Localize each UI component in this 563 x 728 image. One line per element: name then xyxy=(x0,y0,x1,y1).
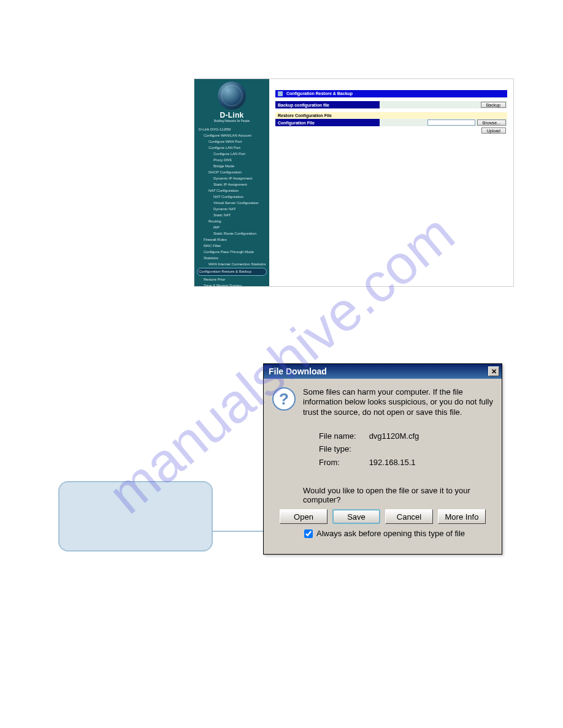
more-info-button[interactable]: More Info xyxy=(438,509,486,524)
dialog-prompt: Would you like to open the file or save … xyxy=(303,486,493,504)
nav-item-16[interactable]: RIP xyxy=(196,224,267,230)
nav-item-0[interactable]: D-Link DVG-1120M xyxy=(196,126,267,132)
nav-item-5[interactable]: Proxy DNS xyxy=(196,157,267,163)
nav-item-8[interactable]: Dynamic IP Assignment xyxy=(196,175,267,181)
from-label: From: xyxy=(319,456,367,469)
nav-item-12[interactable]: Virtual Server Configuration xyxy=(196,200,267,206)
nav-item-17[interactable]: Static Route Configuration xyxy=(196,230,267,237)
close-icon[interactable]: ✕ xyxy=(488,366,499,376)
browse-button[interactable]: Browse... xyxy=(477,119,506,126)
nav-item-18[interactable]: Firewall Rules xyxy=(196,237,267,243)
nav-item-14[interactable]: Static NAT xyxy=(196,212,267,218)
nav-item-20[interactable]: Configure Pass-Through Mode xyxy=(196,249,267,255)
file-name-label: File name: xyxy=(319,430,367,442)
dialog-button-row: Open Save Cancel More Info xyxy=(272,509,493,524)
file-info: File name: dvg1120M.cfg File type: From:… xyxy=(319,430,493,469)
dialog-title: File Download xyxy=(269,366,327,376)
brand-tagline: Building Networks for People xyxy=(194,119,269,123)
nav-item-10[interactable]: NAT Configuration xyxy=(196,188,267,194)
callout-bubble xyxy=(58,481,213,552)
nav-item-15[interactable]: Routing xyxy=(196,218,267,224)
nav-item-4[interactable]: Configure LAN Port xyxy=(196,151,267,157)
always-ask-checkbox[interactable] xyxy=(304,529,313,538)
sidebar: D-Link Building Networks for People D-Li… xyxy=(194,79,269,286)
open-button[interactable]: Open xyxy=(280,509,327,524)
cancel-button[interactable]: Cancel xyxy=(385,509,433,524)
globe-logo xyxy=(218,82,246,110)
nav-item-6[interactable]: Bridge Mode xyxy=(196,163,267,169)
nav-item-23[interactable]: Configuration Restore & Backup xyxy=(197,268,267,276)
nav-item-3[interactable]: Configure LAN Port xyxy=(196,145,267,151)
backup-label: Backup configuration file xyxy=(275,101,380,108)
config-file-input[interactable] xyxy=(427,119,475,126)
nav-item-13[interactable]: Dynamic NAT xyxy=(196,206,267,212)
upload-button[interactable]: Upload xyxy=(481,127,506,134)
nav-item-21[interactable]: Statistics xyxy=(196,255,267,261)
section-title: Configuration Restore & Backup xyxy=(286,91,353,96)
config-file-label: Configuration File xyxy=(275,119,380,126)
backup-button[interactable]: Backup xyxy=(481,102,506,108)
content-panel: Configuration Restore & Backup Backup co… xyxy=(269,79,513,286)
nav-item-1[interactable]: Configure WAN/LAN Account xyxy=(196,132,267,138)
backup-block: Backup configuration file Backup Restore… xyxy=(275,101,507,134)
section-header: Configuration Restore & Backup xyxy=(275,90,507,97)
config-file-value-cell: Browse... xyxy=(380,119,507,126)
nav-item-25[interactable]: Save & Restart System xyxy=(196,282,267,286)
nav-item-9[interactable]: Static IP Assignment xyxy=(196,181,267,188)
always-ask-label: Always ask before opening this type of f… xyxy=(316,529,465,538)
dialog-title-bar: File Download ✕ xyxy=(264,364,502,379)
nav-item-24[interactable]: Restore Prior xyxy=(196,276,267,282)
nav-item-11[interactable]: NAT Configuration xyxy=(196,194,267,200)
question-icon: ? xyxy=(272,387,296,411)
nav-item-19[interactable]: MAC Filter xyxy=(196,243,267,249)
nav-item-22[interactable]: WAN Internet Connection Statistics xyxy=(196,261,267,267)
file-download-dialog: File Download ✕ ? Some files can harm yo… xyxy=(263,363,502,555)
nav-tree: D-Link DVG-1120MConfigure WAN/LAN Accoun… xyxy=(194,126,269,286)
save-button[interactable]: Save xyxy=(332,509,380,524)
dialog-body: ? Some files can harm your computer. If … xyxy=(264,379,502,544)
nav-item-2[interactable]: Configure WAN Port xyxy=(196,138,267,145)
restore-header-bar: Restore Configuration File xyxy=(275,112,507,119)
dialog-warning-text: Some files can harm your computer. If th… xyxy=(303,387,493,417)
file-name-value: dvg1120M.cfg xyxy=(369,431,419,441)
nav-item-7[interactable]: DHCP Configuration xyxy=(196,169,267,175)
from-value: 192.168.15.1 xyxy=(369,458,416,467)
brand-name: D-Link xyxy=(194,111,269,119)
file-type-label: File type: xyxy=(319,442,367,455)
always-ask-row: Always ask before opening this type of f… xyxy=(304,529,493,538)
router-admin-panel: D-Link Building Networks for People D-Li… xyxy=(194,78,514,287)
backup-value-cell: Backup xyxy=(380,101,507,108)
